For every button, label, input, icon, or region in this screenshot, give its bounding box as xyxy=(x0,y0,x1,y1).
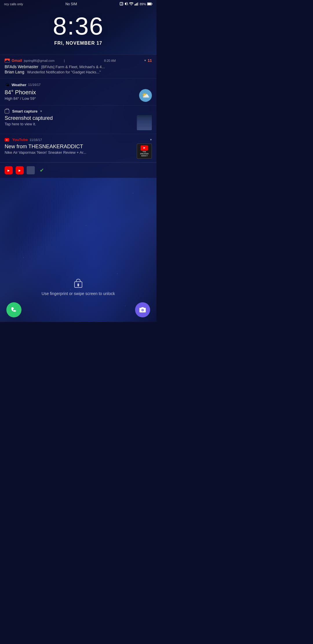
camera-capture-icon xyxy=(5,109,9,113)
battery-percent: 89% xyxy=(140,2,146,6)
weather-text: 84° Phoenix High 84° / Low 59° xyxy=(5,89,136,101)
gmail-time: 8:20 AM xyxy=(104,59,142,62)
notification-app-tray: ✔ xyxy=(0,162,156,178)
nfc-icon xyxy=(119,2,123,6)
smart-capture-body: Screenshot captured Tap here to view it. xyxy=(5,115,152,130)
svg-line-1 xyxy=(127,2,128,5)
weather-body: 84° Phoenix High 84° / Low 59° ⛅ xyxy=(5,89,152,102)
status-bar: ncy calls only No SIM xyxy=(0,0,156,8)
lock-area: Use fingerprint or swipe screen to unloc… xyxy=(0,178,156,322)
gmail-messages: BFAds Webmaster [BFAds] Farm & Fleet, Mi… xyxy=(5,64,152,75)
status-carrier: ncy calls only xyxy=(4,2,23,6)
gmail-chevron: ▾ xyxy=(144,59,146,62)
smart-capture-chevron: ▾ xyxy=(40,109,42,113)
wifi-icon xyxy=(129,2,133,6)
svg-rect-2 xyxy=(134,4,135,6)
gmail-subject1: [BFAds] Farm & Fleet, Michael's & 4... xyxy=(41,65,105,69)
tray-youtube1-icon[interactable] xyxy=(5,166,13,174)
weather-range: High 84° / Low 59° xyxy=(5,96,136,101)
clock-area: 8:36 FRI, NOVEMBER 17 xyxy=(0,8,156,55)
lock-message: Use fingerprint or swipe screen to unloc… xyxy=(42,291,115,296)
svg-rect-9 xyxy=(152,3,152,4)
weather-notification[interactable]: 🌤 Weather 11/16/17 84° Phoenix High 84° … xyxy=(0,79,156,106)
gmail-notification[interactable]: Gmail jspring86@gmail.com | 8:20 AM ▾ 11… xyxy=(0,55,156,79)
battery-icon xyxy=(147,2,152,6)
phone-button[interactable] xyxy=(6,302,21,317)
screenshot-thumbnail xyxy=(137,115,152,130)
youtube-thumb-text: THESNEAKERADDICT xyxy=(140,151,148,157)
lock-icon xyxy=(74,279,82,288)
smart-capture-app-name: Smart capture xyxy=(12,109,37,113)
tray-youtube2-icon[interactable] xyxy=(16,166,24,174)
gmail-body: BFAds Webmaster [BFAds] Farm & Fleet, Mi… xyxy=(5,64,152,75)
youtube-app-name: YouTube xyxy=(12,138,28,142)
svg-rect-3 xyxy=(135,4,136,6)
status-sim: No SIM xyxy=(65,2,77,6)
youtube-date: 11/16/17 xyxy=(30,138,148,142)
lock-keyhole xyxy=(77,283,79,286)
gmail-email: jspring86@gmail.com xyxy=(24,59,62,62)
svg-rect-8 xyxy=(148,3,151,5)
gmail-sender2: Brian Lang xyxy=(5,70,24,74)
lock-screen: ncy calls only No SIM xyxy=(0,0,156,322)
clock-date: FRI, NOVEMBER 17 xyxy=(54,41,102,46)
gmail-separator: | xyxy=(64,59,102,62)
camera-button[interactable] xyxy=(135,302,150,317)
status-icons: 89% xyxy=(119,2,152,6)
tray-check-icon[interactable]: ✔ xyxy=(38,166,46,174)
youtube-text: New from THESNEAKERADDICT Nike Air Vapor… xyxy=(5,144,134,155)
gmail-sender1: BFAds Webmaster xyxy=(5,64,38,69)
gmail-app-name: Gmail xyxy=(12,58,22,63)
signal-icon xyxy=(134,2,139,6)
svg-rect-5 xyxy=(137,3,138,6)
svg-point-11 xyxy=(142,310,143,311)
weather-temp: 84° Phoenix xyxy=(5,89,136,96)
gmail-msg1: BFAds Webmaster [BFAds] Farm & Fleet, Mi… xyxy=(5,64,152,69)
clock-time: 8:36 xyxy=(53,13,103,38)
smart-capture-notification[interactable]: Smart capture ▾ Screenshot captured Tap … xyxy=(0,106,156,134)
svg-rect-4 xyxy=(136,3,137,6)
weather-app-name: Weather xyxy=(12,83,26,87)
weather-date: 11/16/17 xyxy=(28,83,152,86)
notifications-panel: Gmail jspring86@gmail.com | 8:20 AM ▾ 11… xyxy=(0,55,156,178)
youtube-icon xyxy=(5,138,9,142)
svg-rect-6 xyxy=(138,2,139,6)
gmail-icon xyxy=(5,59,10,63)
weather-icon: 🌤 xyxy=(5,82,10,87)
gmail-msg2: Brian Lang Wunderlist Notification for "… xyxy=(5,70,152,74)
screenshot-subtitle: Tap here to view it. xyxy=(5,122,134,126)
lock-body xyxy=(74,281,82,288)
youtube-notification[interactable]: YouTube 11/16/17 ▾ New from THESNEAKERAD… xyxy=(0,134,156,162)
weather-bubble-icon: ⛅ xyxy=(139,89,152,102)
mute-icon xyxy=(125,2,128,6)
youtube-body: New from THESNEAKERADDICT Nike Air Vapor… xyxy=(5,144,152,159)
youtube-subtitle: Nike Air Vapormax 'Neon' Sneaker Review … xyxy=(5,150,134,155)
screenshot-title: Screenshot captured xyxy=(5,115,134,121)
youtube-thumbnail: THESNEAKERADDICT xyxy=(137,144,152,159)
youtube-title: New from THESNEAKERADDICT xyxy=(5,144,134,150)
youtube-thumb-logo xyxy=(141,145,148,151)
gmail-subject2: Wunderlist Notification for "Gadget Hack… xyxy=(27,70,101,74)
smart-capture-text: Screenshot captured Tap here to view it. xyxy=(5,115,134,126)
tray-grid-icon[interactable] xyxy=(27,166,35,174)
youtube-chevron: ▾ xyxy=(150,138,152,142)
bottom-dock xyxy=(0,302,156,322)
gmail-badge: 11 xyxy=(148,58,152,63)
